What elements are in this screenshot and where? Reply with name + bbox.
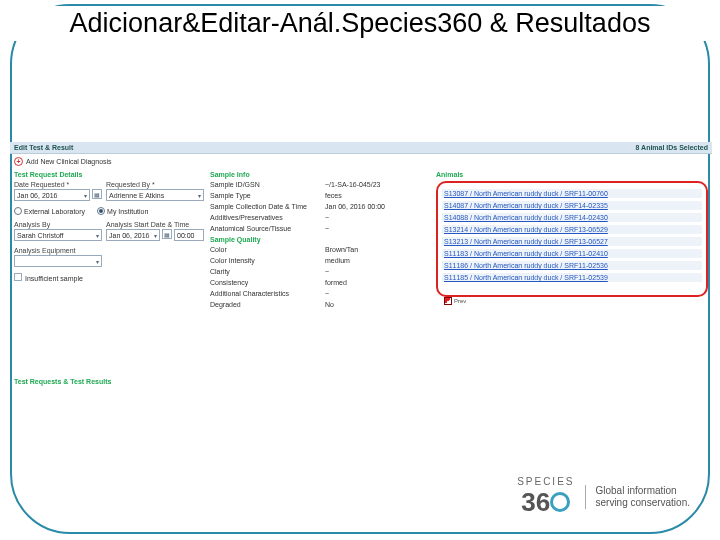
date-requested-input[interactable]: Jan 06, 2016▾ bbox=[14, 189, 90, 201]
insufficient-sample-checkbox[interactable]: Insufficient sample bbox=[14, 273, 204, 282]
field-value: ~ bbox=[325, 225, 329, 232]
field-value: ~ bbox=[325, 290, 329, 297]
field-label: Color bbox=[210, 246, 325, 253]
animals-column: Animals S13087 / North American ruddy du… bbox=[436, 169, 708, 312]
panel-header: Edit Test & Result 8 Animal IDs Selected bbox=[10, 142, 712, 154]
radio-my-institution[interactable]: My Institution bbox=[97, 207, 148, 215]
panel-title-right: 8 Animal IDs Selected bbox=[636, 144, 709, 151]
field-value: Jan 06, 2016 00:00 bbox=[325, 203, 385, 210]
field-row: Color Intensitymedium bbox=[210, 257, 430, 264]
field-value: medium bbox=[325, 257, 350, 264]
analysis-equipment-label: Analysis Equipment bbox=[14, 247, 102, 254]
field-label: Additional Characteristics bbox=[210, 290, 325, 297]
field-row: Sample Typefeces bbox=[210, 192, 430, 199]
animal-link[interactable]: S11186 / North American ruddy duck / SRF… bbox=[442, 261, 702, 270]
field-value: ~ bbox=[325, 268, 329, 275]
field-label: Sample Type bbox=[210, 192, 325, 199]
animal-link[interactable]: S13213 / North American ruddy duck / SRF… bbox=[442, 237, 702, 246]
add-clinical-diagnosis-link[interactable]: + Add New Clinical Diagnosis bbox=[10, 154, 712, 169]
slide-title: Adicionar&Editar-Anál.Species360 & Resul… bbox=[0, 6, 720, 41]
field-label: Degraded bbox=[210, 301, 325, 308]
field-row: Sample Collection Date & TimeJan 06, 201… bbox=[210, 203, 430, 210]
field-row: Sample ID/GSN~/1-SA-16-045/23 bbox=[210, 181, 430, 188]
calendar-icon[interactable]: ▦ bbox=[162, 229, 172, 239]
flag-icon bbox=[444, 297, 452, 305]
logo-circle-icon bbox=[550, 492, 570, 512]
field-value: ~ bbox=[325, 214, 329, 221]
field-row: Additional Characteristics~ bbox=[210, 290, 430, 297]
field-label: Additives/Preservatives bbox=[210, 214, 325, 221]
requested-by-select[interactable]: Adrienne E Atkins▾ bbox=[106, 189, 204, 201]
field-label: Consistency bbox=[210, 279, 325, 286]
test-request-column: Test Request Details Date Requested * Ja… bbox=[14, 169, 204, 312]
section-test-request: Test Request Details bbox=[14, 171, 204, 178]
animal-link[interactable]: S14088 / North American ruddy duck / SRF… bbox=[442, 213, 702, 222]
field-label: Sample ID/GSN bbox=[210, 181, 325, 188]
field-row: Clarity~ bbox=[210, 268, 430, 275]
requested-by-label: Requested By * bbox=[106, 181, 204, 188]
logo-tagline-2: serving conservation. bbox=[596, 497, 691, 509]
plus-icon: + bbox=[14, 157, 23, 166]
animal-link[interactable]: S13214 / North American ruddy duck / SRF… bbox=[442, 225, 702, 234]
radio-external-lab[interactable]: External Laboratory bbox=[14, 207, 85, 215]
species360-logo: SPECIES 36 Global information serving co… bbox=[517, 476, 690, 518]
field-label: Sample Collection Date & Time bbox=[210, 203, 325, 210]
field-row: Consistencyformed bbox=[210, 279, 430, 286]
app-panel: Edit Test & Result 8 Animal IDs Selected… bbox=[10, 142, 712, 312]
field-label: Color Intensity bbox=[210, 257, 325, 264]
field-row: DegradedNo bbox=[210, 301, 430, 308]
sample-column: Sample Info Sample ID/GSN~/1-SA-16-045/2… bbox=[210, 169, 430, 312]
field-value: ~/1-SA-16-045/23 bbox=[325, 181, 380, 188]
section-animals: Animals bbox=[436, 171, 708, 178]
field-label: Anatomical Source/Tissue bbox=[210, 225, 325, 232]
panel-title-left: Edit Test & Result bbox=[14, 144, 73, 151]
prev-link[interactable]: Prev bbox=[440, 297, 708, 305]
animal-link[interactable]: S13087 / North American ruddy duck / SRF… bbox=[442, 189, 702, 198]
logo-360: 36 bbox=[517, 487, 574, 518]
analysis-by-select[interactable]: Sarah Christoff▾ bbox=[14, 229, 102, 241]
section-test-results: Test Requests & Test Results bbox=[14, 378, 111, 385]
field-row: ColorBrown/Tan bbox=[210, 246, 430, 253]
field-value: No bbox=[325, 301, 334, 308]
logo-tagline-1: Global information bbox=[596, 485, 691, 497]
section-sample-info: Sample Info bbox=[210, 171, 430, 178]
field-row: Anatomical Source/Tissue~ bbox=[210, 225, 430, 232]
analysis-start-label: Analysis Start Date & Time bbox=[106, 221, 204, 228]
field-value: feces bbox=[325, 192, 342, 199]
field-value: formed bbox=[325, 279, 347, 286]
analysis-start-date-input[interactable]: Jan 06, 2016▾ bbox=[106, 229, 160, 241]
calendar-icon[interactable]: ▦ bbox=[92, 189, 102, 199]
field-label: Clarity bbox=[210, 268, 325, 275]
animal-link[interactable]: S14087 / North American ruddy duck / SRF… bbox=[442, 201, 702, 210]
animal-link[interactable]: S11185 / North American ruddy duck / SRF… bbox=[442, 273, 702, 282]
animals-highlight-box: S13087 / North American ruddy duck / SRF… bbox=[436, 181, 708, 297]
section-sample-quality: Sample Quality bbox=[210, 236, 430, 243]
date-requested-label: Date Requested * bbox=[14, 181, 102, 188]
analysis-equipment-select[interactable]: ▾ bbox=[14, 255, 102, 267]
add-diag-label: Add New Clinical Diagnosis bbox=[26, 158, 112, 165]
field-row: Additives/Preservatives~ bbox=[210, 214, 430, 221]
logo-brand-text: SPECIES bbox=[517, 476, 574, 487]
field-value: Brown/Tan bbox=[325, 246, 358, 253]
analysis-start-time-input[interactable]: 00:00 bbox=[174, 229, 204, 241]
analysis-by-label: Analysis By bbox=[14, 221, 102, 228]
animal-link[interactable]: S11183 / North American ruddy duck / SRF… bbox=[442, 249, 702, 258]
